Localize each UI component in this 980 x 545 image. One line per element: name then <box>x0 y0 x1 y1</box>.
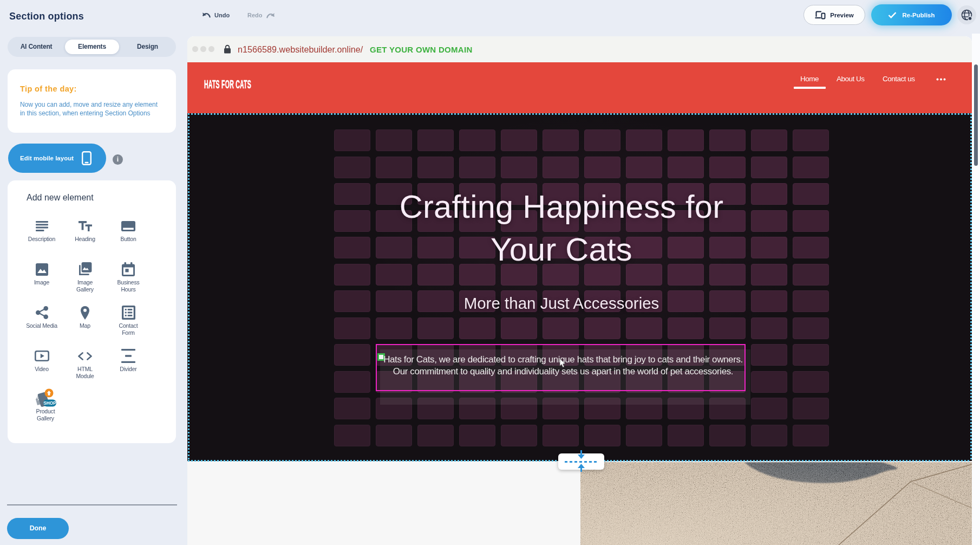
svg-text:SHOP: SHOP <box>43 400 56 406</box>
